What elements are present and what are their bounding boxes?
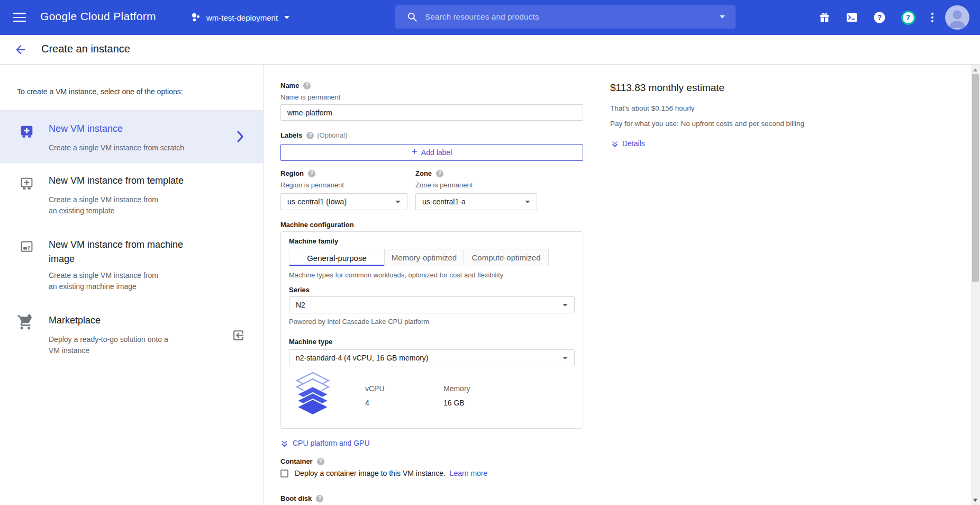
help-icon[interactable]: ? bbox=[872, 10, 887, 25]
gcp-create-instance-page: Google Cloud Platform wm-test-deployment… bbox=[0, 0, 980, 505]
top-app-bar: Google Cloud Platform wm-test-deployment… bbox=[0, 0, 980, 35]
help-icon[interactable] bbox=[317, 458, 324, 465]
container-label: Container bbox=[280, 457, 324, 465]
back-arrow-icon[interactable] bbox=[14, 43, 28, 57]
zone-select[interactable]: us-central1-a bbox=[415, 193, 537, 210]
sidebar-item-subtitle: Create a single VM instance from scratch bbox=[49, 142, 184, 154]
help-icon[interactable] bbox=[316, 495, 323, 502]
cpu-platform-gpu-link[interactable]: CPU platform and GPU bbox=[293, 439, 370, 447]
notification-count: 7 bbox=[906, 14, 910, 22]
expand-more-icon bbox=[280, 440, 288, 448]
sidebar-item-subtitle: Create a single VM instance from an exis… bbox=[49, 270, 164, 292]
chevron-down-icon bbox=[525, 201, 530, 203]
sidebar-item-subtitle: Create a single VM instance from an exis… bbox=[49, 194, 164, 217]
search-input[interactable]: Search resources and products bbox=[395, 5, 736, 29]
memory-label: Memory bbox=[443, 384, 470, 393]
zone-note: Zone is permanent bbox=[415, 181, 473, 189]
add-label-button[interactable]: + Add label bbox=[280, 144, 583, 161]
sidebar-item-new-vm-from-machine-image[interactable]: New VM instance from machine image Creat… bbox=[0, 233, 264, 297]
project-name: wm-test-deployment bbox=[206, 13, 278, 22]
project-icon bbox=[190, 12, 201, 23]
tab-memory-optimized[interactable]: Memory-optimized bbox=[384, 249, 464, 266]
sidebar-item-subtitle: Deploy a ready-to-go solution onto a VM … bbox=[49, 334, 169, 356]
page-title: Create an instance bbox=[41, 43, 130, 55]
search-dropdown-icon[interactable] bbox=[720, 15, 725, 19]
name-note: Name is permanent bbox=[280, 93, 340, 101]
svg-text:?: ? bbox=[877, 13, 882, 22]
name-input[interactable] bbox=[280, 104, 583, 121]
gift-icon[interactable] bbox=[817, 10, 832, 25]
region-label: Region bbox=[280, 169, 315, 177]
series-select[interactable]: N2 bbox=[289, 296, 575, 313]
name-label: Name bbox=[280, 82, 311, 89]
more-options-icon[interactable] bbox=[925, 10, 940, 25]
machine-family-label: Machine family bbox=[289, 237, 338, 245]
chevron-right-icon bbox=[235, 130, 246, 143]
chevron-down-icon bbox=[284, 16, 289, 19]
region-note: Region is permanent bbox=[280, 181, 344, 189]
vm-template-icon bbox=[20, 176, 34, 192]
person-icon bbox=[945, 5, 969, 30]
machine-type-select[interactable]: n2-standard-4 (4 vCPU, 16 GB memory) bbox=[289, 349, 575, 366]
sidebar-item-title: Marketplace bbox=[49, 315, 101, 326]
learn-more-link[interactable]: Learn more bbox=[450, 469, 488, 477]
chevron-down-icon bbox=[562, 304, 568, 306]
hamburger-menu-icon[interactable] bbox=[13, 13, 26, 22]
avatar[interactable] bbox=[945, 5, 969, 30]
deploy-container-checkbox[interactable] bbox=[280, 470, 288, 477]
page-header: Create an instance bbox=[0, 35, 980, 65]
container-checkbox-text: Deploy a container image to this VM inst… bbox=[295, 469, 487, 477]
search-placeholder: Search resources and products bbox=[425, 12, 713, 22]
vcpu-label: vCPU bbox=[365, 384, 385, 393]
marketplace-cart-icon bbox=[17, 314, 34, 331]
sidebar-item-title: New VM instance bbox=[49, 123, 123, 134]
help-icon[interactable] bbox=[436, 170, 443, 177]
chevron-down-icon bbox=[395, 201, 401, 203]
layers-icon bbox=[295, 372, 331, 417]
project-selector[interactable]: wm-test-deployment bbox=[190, 8, 289, 26]
vcpu-value: 4 bbox=[365, 399, 369, 407]
estimate-billing-note: Pay for what you use: No upfront costs a… bbox=[610, 120, 804, 128]
search-icon bbox=[407, 12, 418, 22]
sidebar-item-new-vm-instance[interactable]: New VM instance Create a single VM insta… bbox=[0, 110, 264, 163]
sidebar-item-new-vm-from-template[interactable]: New VM instance from template Create a s… bbox=[0, 171, 264, 224]
options-sidebar: To create a VM instance, select one of t… bbox=[0, 65, 264, 505]
zone-label: Zone bbox=[415, 169, 443, 177]
chevron-down-icon bbox=[562, 357, 568, 359]
help-icon[interactable] bbox=[308, 170, 315, 177]
series-label: Series bbox=[289, 286, 310, 294]
scrollbar-up-arrow[interactable] bbox=[973, 68, 977, 71]
machine-configuration-heading: Machine configuration bbox=[280, 221, 354, 229]
notifications-icon[interactable]: 7 bbox=[901, 10, 915, 25]
boot-disk-label: Boot disk bbox=[280, 494, 323, 502]
scrollbar-thumb[interactable] bbox=[972, 74, 979, 282]
tab-compute-optimized[interactable]: Compute-optimized bbox=[464, 249, 549, 266]
details-link[interactable]: Details bbox=[622, 139, 645, 148]
estimate-hourly: That's about $0.156 hourly bbox=[610, 104, 694, 112]
scrollbar-track[interactable] bbox=[971, 65, 980, 505]
series-note: Powered by Intel Cascade Lake CPU platfo… bbox=[289, 318, 429, 326]
scrollbar-down-arrow[interactable] bbox=[973, 499, 977, 502]
machine-type-label: Machine type bbox=[289, 338, 332, 346]
machine-image-icon bbox=[20, 240, 34, 255]
open-marketplace-icon[interactable] bbox=[232, 329, 245, 342]
memory-value: 16 GB bbox=[443, 399, 465, 407]
cloud-shell-icon[interactable] bbox=[845, 10, 859, 25]
sidebar-item-marketplace[interactable]: Marketplace Deploy a ready-to-go solutio… bbox=[0, 310, 264, 363]
product-logo[interactable]: Google Cloud Platform bbox=[40, 10, 156, 23]
estimate-title: $113.83 monthly estimate bbox=[610, 82, 724, 94]
sidebar-item-title: New VM instance from template bbox=[49, 175, 184, 186]
machine-family-note: Machine types for common workloads, opti… bbox=[289, 271, 503, 279]
sidebar-intro: To create a VM instance, select one of t… bbox=[17, 87, 183, 96]
vm-instance-icon bbox=[20, 124, 34, 140]
sidebar-item-title: New VM instance from machine image bbox=[49, 238, 199, 266]
tab-general-purpose[interactable]: General-purpose bbox=[289, 249, 385, 266]
labels-optional: (Optional) bbox=[317, 131, 347, 139]
help-icon[interactable] bbox=[303, 82, 311, 89]
labels-label: Labels (Optional) bbox=[280, 131, 347, 139]
region-select[interactable]: us-central1 (Iowa) bbox=[280, 193, 407, 210]
expand-more-icon bbox=[611, 140, 619, 148]
plus-icon: + bbox=[412, 146, 418, 158]
help-icon[interactable] bbox=[306, 132, 314, 139]
